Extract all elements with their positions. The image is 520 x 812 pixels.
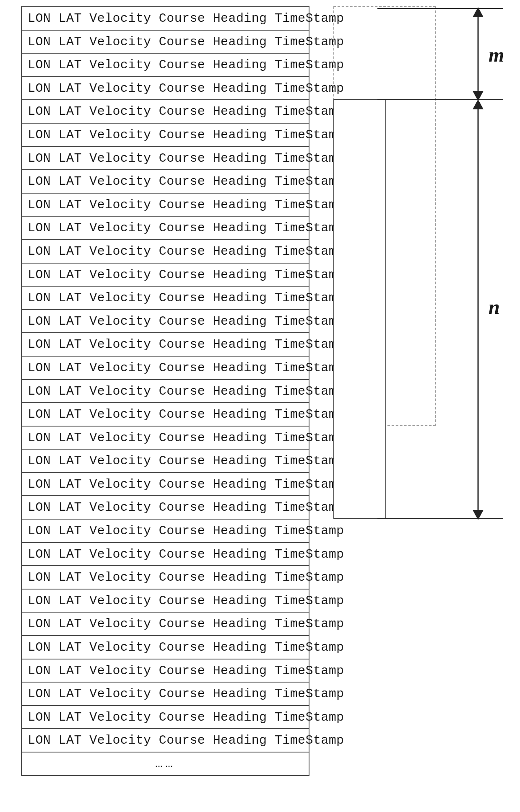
label-m: m [489,43,504,66]
record-row: LON LAT Velocity Course Heading TimeStam… [22,357,309,380]
label-n: n [489,295,500,318]
record-row: LON LAT Velocity Course Heading TimeStam… [22,613,309,636]
record-row: LON LAT Velocity Course Heading TimeStam… [22,636,309,659]
record-row: LON LAT Velocity Course Heading TimeStam… [22,380,309,403]
record-row: LON LAT Velocity Course Heading TimeStam… [22,194,309,217]
record-row: LON LAT Velocity Course Heading TimeStam… [22,124,309,147]
record-row: LON LAT Velocity Course Heading TimeStam… [22,473,309,497]
record-row: LON LAT Velocity Course Heading TimeStam… [22,217,309,240]
record-row: LON LAT Velocity Course Heading TimeStam… [22,520,309,543]
record-row: LON LAT Velocity Course Heading TimeStam… [22,590,309,613]
record-row: LON LAT Velocity Course Heading TimeStam… [22,729,309,753]
record-row: LON LAT Velocity Course Heading TimeStam… [22,77,309,101]
bracket-tick [377,8,503,9]
record-row: LON LAT Velocity Course Heading TimeStam… [22,403,309,427]
window-box-current [333,99,386,519]
record-row: LON LAT Velocity Course Heading TimeStam… [22,240,309,264]
bracket-m [465,8,491,100]
record-row: LON LAT Velocity Course Heading TimeStam… [22,147,309,171]
record-row: LON LAT Velocity Course Heading TimeStam… [22,333,309,357]
sliding-window-schematic: m n [333,6,510,520]
record-row: LON LAT Velocity Course Heading TimeStam… [22,310,309,334]
record-row: LON LAT Velocity Course Heading TimeStam… [22,706,309,729]
record-row: LON LAT Velocity Course Heading TimeStam… [22,659,309,683]
record-row: LON LAT Velocity Course Heading TimeStam… [22,427,309,450]
record-row: LON LAT Velocity Course Heading TimeStam… [22,450,309,473]
record-row: LON LAT Velocity Course Heading TimeStam… [22,170,309,194]
record-ellipsis: …… [22,753,309,776]
bracket-tick [377,518,503,519]
record-list: LON LAT Velocity Course Heading TimeStam… [21,6,309,776]
record-row: LON LAT Velocity Course Heading TimeStam… [22,54,309,77]
record-row: LON LAT Velocity Course Heading TimeStam… [22,31,309,54]
bracket-n [465,100,491,519]
record-row: LON LAT Velocity Course Heading TimeStam… [22,100,309,124]
record-row: LON LAT Velocity Course Heading TimeStam… [22,264,309,287]
bracket-shaft [478,105,479,514]
record-row: LON LAT Velocity Course Heading TimeStam… [22,543,309,566]
record-row: LON LAT Velocity Course Heading TimeStam… [22,566,309,590]
record-row: LON LAT Velocity Course Heading TimeStam… [22,287,309,310]
bracket-shaft [478,13,479,95]
record-row: LON LAT Velocity Course Heading TimeStam… [22,496,309,520]
record-row: LON LAT Velocity Course Heading TimeStam… [22,683,309,706]
record-row: LON LAT Velocity Course Heading TimeStam… [22,7,309,31]
